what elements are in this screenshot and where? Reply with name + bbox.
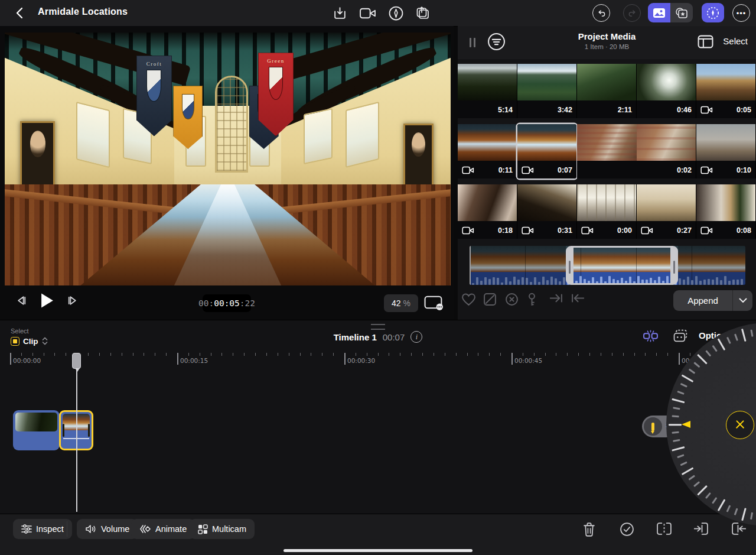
speaker-icon: [85, 524, 97, 534]
animate-button[interactable]: Animate: [131, 519, 195, 539]
clip-duration: 0:02: [677, 166, 692, 174]
jog-close-button[interactable]: [726, 411, 754, 439]
media-panel: Project Media 1 Item · 20 MB Select 5:14…: [458, 26, 756, 320]
back-icon[interactable]: [13, 6, 27, 20]
media-actions-row: Append: [458, 287, 756, 315]
home-indicator[interactable]: [284, 549, 472, 552]
media-browser-toggle[interactable]: [648, 3, 670, 22]
inspect-sliders-icon: [21, 524, 32, 534]
volume-button[interactable]: Volume: [77, 519, 138, 539]
media-grid-row: 0:180:310:000:270:08: [458, 184, 756, 239]
pencil-annotate-icon[interactable]: [387, 4, 405, 22]
multicam-grid-icon: [198, 524, 208, 534]
record-video-icon[interactable]: [359, 4, 376, 22]
ruler-label: 00:00:00: [13, 357, 41, 364]
approve-check-icon[interactable]: [620, 522, 635, 537]
delete-circle-icon[interactable]: [505, 293, 519, 306]
append-options-chevron[interactable]: [733, 290, 752, 311]
media-thumbnail[interactable]: 0:08: [696, 184, 755, 239]
viewer-pane: Croft Green: [0, 26, 454, 320]
trim-start-icon[interactable]: [693, 522, 709, 537]
timeline-info-icon[interactable]: i: [410, 331, 422, 343]
selection-handle-right[interactable]: [670, 248, 678, 283]
media-thumbnail[interactable]: 2:11: [577, 64, 636, 118]
hall-floor: [5, 184, 451, 285]
trim-end-icon[interactable]: [731, 522, 746, 537]
media-thumbnail[interactable]: 3:42: [517, 64, 576, 118]
media-thumbnail-selected[interactable]: 0:07: [517, 124, 576, 178]
viewer-zoom-control[interactable]: 42%: [384, 294, 418, 312]
media-thumbnail[interactable]: 0:10: [696, 124, 755, 178]
banner-orange: [173, 86, 203, 149]
trim-handle-right[interactable]: [88, 424, 90, 437]
external-display-icon[interactable]: [424, 296, 444, 310]
filmstrip-preview[interactable]: [470, 246, 745, 285]
clip-duration: 0:46: [677, 106, 692, 114]
reject-icon[interactable]: [483, 293, 497, 306]
clip-duration: 5:14: [498, 106, 513, 114]
clip-duration: 0:00: [617, 226, 632, 235]
media-thumbnail[interactable]: 0:00: [577, 184, 636, 239]
favorite-icon[interactable]: [461, 293, 476, 306]
timeline-clip-1[interactable]: [13, 410, 60, 450]
ruler-label: 00:00:45: [514, 357, 542, 364]
undo-icon[interactable]: [592, 4, 610, 22]
playhead-handle[interactable]: [72, 353, 81, 369]
selection-handle-left[interactable]: [566, 248, 573, 283]
clip-duration: 0:18: [498, 226, 513, 235]
timecode-display[interactable]: 00:00:05:22: [203, 294, 251, 312]
media-thumbnail[interactable]: 0:02: [577, 124, 696, 178]
multicam-button[interactable]: Multicam: [190, 519, 255, 539]
stained-glass-window: [215, 76, 248, 173]
clip-duration: 0:27: [677, 226, 692, 235]
clip-connect-icon[interactable]: [643, 329, 659, 343]
delete-icon[interactable]: [582, 522, 598, 537]
trim-handle-left[interactable]: [63, 424, 64, 437]
inspect-button[interactable]: Inspect: [13, 519, 72, 539]
append-button[interactable]: Append: [673, 290, 733, 311]
media-thumbnail[interactable]: 0:05: [696, 64, 755, 118]
clip-duration: 3:42: [558, 106, 572, 114]
range-start-icon[interactable]: [571, 293, 585, 304]
play-button[interactable]: [40, 293, 54, 309]
effects-browser-toggle[interactable]: [670, 3, 693, 22]
bottom-toolbar: Inspect Volume Animate Multicam: [0, 514, 756, 555]
selection-range[interactable]: [566, 246, 678, 285]
timeline-drag-grip[interactable]: [371, 324, 385, 330]
portrait-left: [20, 121, 55, 190]
clip-duration: 0:31: [558, 226, 572, 235]
playhead-line: [76, 353, 77, 512]
jog-pointer-icon: [682, 421, 690, 428]
fcp-ipad-app: Armidale Locations •••: [0, 0, 756, 555]
media-thumbnail[interactable]: 5:14: [458, 64, 517, 118]
select-button[interactable]: Select: [723, 36, 748, 46]
top-navigation-bar: Armidale Locations •••: [0, 0, 756, 27]
timeline-section: Select Clip Timeline 1 00:07 i Options 0…: [0, 320, 756, 514]
media-thumbnail[interactable]: 0:31: [517, 184, 576, 239]
step-backward-icon[interactable]: [15, 295, 28, 306]
media-thumbnail[interactable]: 0:46: [637, 64, 696, 118]
timeline-ruler[interactable]: 00:00:0000:00:1500:00:3000:00:4500:01:00: [0, 352, 756, 371]
clip-duration: 0:07: [558, 166, 572, 174]
star-square-icon: [675, 7, 688, 19]
media-grid-row: 5:143:422:110:460:05: [458, 64, 756, 118]
jog-pencil-icon: [706, 7, 719, 20]
more-options-icon[interactable]: •••: [732, 4, 750, 22]
browser-layout-icon[interactable]: [698, 35, 713, 48]
background-tasks-icon[interactable]: [673, 329, 689, 343]
clip-duration: 0:11: [498, 166, 513, 174]
blade-split-icon[interactable]: [656, 522, 672, 537]
media-thumbnail[interactable]: 0:18: [458, 184, 517, 239]
redo-icon[interactable]: [623, 4, 641, 22]
photos-icon: [653, 8, 666, 18]
keyword-icon[interactable]: [527, 293, 537, 307]
range-end-icon[interactable]: [549, 293, 563, 304]
jog-wheel-toggle[interactable]: [702, 3, 724, 22]
share-icon[interactable]: [414, 4, 432, 22]
media-thumbnail[interactable]: 0:27: [637, 184, 696, 239]
step-forward-icon[interactable]: [66, 295, 79, 306]
media-thumbnail[interactable]: 0:11: [458, 124, 517, 178]
ruler-label: 00:00:30: [347, 357, 375, 364]
animate-icon: [139, 524, 151, 534]
import-media-icon[interactable]: [331, 4, 348, 22]
